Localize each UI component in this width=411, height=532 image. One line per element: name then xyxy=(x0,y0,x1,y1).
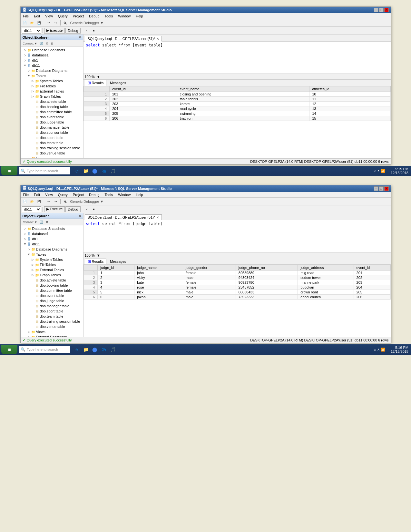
menu-edit[interactable]: Edit xyxy=(33,14,41,18)
tree-item-diagrams-b[interactable]: ▷ 📁 Database Diagrams xyxy=(21,247,83,252)
tree-item-views[interactable]: ▷ 📁 Views xyxy=(21,156,83,158)
toggle-judge-b[interactable] xyxy=(31,299,35,303)
tree-item-manager-b[interactable]: ⊞ dbo.manager table xyxy=(21,303,83,309)
query-tab-close[interactable]: ✕ xyxy=(156,37,159,41)
title-bar-controls[interactable]: ─ □ ✕ xyxy=(374,8,389,12)
toggle-sport[interactable] xyxy=(31,136,35,140)
menu-edit-b[interactable]: Edit xyxy=(33,193,41,197)
toggle-db11-b[interactable]: ▼ xyxy=(23,242,27,246)
maximize-button-b[interactable]: □ xyxy=(379,186,384,191)
oe-filter-btn[interactable]: ⚙ xyxy=(45,42,49,45)
results-tab-results[interactable]: ⊞ Results xyxy=(85,80,107,86)
taskbar-edge-icon-2[interactable]: e xyxy=(73,346,81,353)
tree-item-manager[interactable]: ⊞ dbo.manager table xyxy=(21,125,83,130)
menu-file-b[interactable]: File xyxy=(22,193,30,197)
menu-view-b[interactable]: View xyxy=(44,193,54,197)
tree-item-snapshots[interactable]: ▷ 📁 Database Snapshots xyxy=(21,47,83,53)
redo-btn[interactable]: ↪ xyxy=(53,20,59,26)
toggle-venue-b[interactable] xyxy=(31,325,35,329)
toggle-diagrams-b[interactable]: ▷ xyxy=(27,247,31,251)
oe-collapse-btn[interactable]: ⊟ xyxy=(50,42,54,45)
menu-help-b[interactable]: Help xyxy=(134,193,144,197)
close-button[interactable]: ✕ xyxy=(384,8,389,12)
toggle-event[interactable] xyxy=(31,115,35,119)
query-tab-active[interactable]: SQLQuery1.sql - DL...GPELP2A\user (51)* … xyxy=(85,36,162,42)
results-grid-bottom[interactable]: judge_id judge_name judge_gender judge_p… xyxy=(83,265,391,337)
tree-item-filetables-b[interactable]: ▷ 📁 FileTables xyxy=(21,262,83,267)
query-editor-top[interactable]: select select *from [event table] xyxy=(83,42,391,74)
tree-item-externaltables-b[interactable]: ▷ 📁 External Tables xyxy=(21,267,83,272)
oe-filter-btn-b[interactable]: ⚙ xyxy=(45,220,49,224)
tree-item-committee[interactable]: ⊞ dbo.committee table xyxy=(21,109,83,114)
oe-refresh-btn-b[interactable]: 🔄 xyxy=(39,220,44,224)
menu-tools-b[interactable]: Tools xyxy=(103,193,114,197)
stop-btn-b[interactable]: ■ xyxy=(91,206,97,212)
parse-btn-b[interactable]: ✓ xyxy=(83,206,90,212)
tree-item-extresources-b[interactable]: ▷ 📁 External Resources xyxy=(21,334,83,337)
toggle-db1-b[interactable]: ▷ xyxy=(23,237,27,241)
menu-file[interactable]: File xyxy=(22,14,30,18)
results-grid-top[interactable]: event_id event_name athletes_id 1201clos… xyxy=(83,86,391,158)
results-tab-messages-b[interactable]: Messages xyxy=(107,259,129,264)
taskbar-edge-icon[interactable]: e xyxy=(73,167,81,175)
search-bar-2[interactable]: 🔍 Type here to search xyxy=(19,346,70,353)
tree-item-snapshots-b[interactable]: ▷ 📁 Database Snapshots xyxy=(21,226,83,231)
toggle-database1-b[interactable]: ▷ xyxy=(23,232,27,236)
toggle-athlete-b[interactable] xyxy=(31,278,35,282)
toggle-booking[interactable] xyxy=(31,105,35,109)
tree-item-database1-b[interactable]: ▷ 🗄 database1 xyxy=(21,231,83,236)
menu-view[interactable]: View xyxy=(44,14,54,18)
database-selector-b[interactable]: db11 xyxy=(22,206,41,212)
tree-item-db11[interactable]: ▼ 🗄 db11 xyxy=(21,63,83,68)
toggle-event-b[interactable] xyxy=(31,294,35,298)
toggle-team[interactable] xyxy=(31,141,35,145)
toggle-booking-b[interactable] xyxy=(31,283,35,287)
tree-item-filetables[interactable]: ▷ 📁 FileTables xyxy=(21,84,83,89)
parse-btn[interactable]: ✓ xyxy=(83,28,90,34)
toggle-team-b[interactable] xyxy=(31,314,35,318)
menu-debug[interactable]: Debug xyxy=(88,14,101,18)
toggle-judge[interactable] xyxy=(31,120,35,124)
oe-close-btn-b[interactable]: ✕ xyxy=(79,214,81,218)
taskbar-folder-icon[interactable]: 📁 xyxy=(82,167,90,175)
tree-item-committee-b[interactable]: ⊞ dbo.committee table xyxy=(21,288,83,293)
query-editor-bottom[interactable]: select select *from [judge table] xyxy=(83,220,391,252)
toggle-tables[interactable]: ▼ xyxy=(27,74,31,78)
results-tab-results-b[interactable]: ⊞ Results xyxy=(85,259,107,264)
tree-item-systables-b[interactable]: ▷ 📁 System Tables xyxy=(21,257,83,262)
title-bar-controls-b[interactable]: ─ □ ✕ xyxy=(374,186,389,191)
tree-item-db1[interactable]: ▷ 🗄 db1 xyxy=(21,58,83,63)
toggle-athlete[interactable] xyxy=(31,100,35,103)
tree-item-training[interactable]: ⊞ dbo.training session table xyxy=(21,145,83,151)
tree-item-venue-b[interactable]: ⊞ dbo.venue table xyxy=(21,324,83,329)
tree-item-event[interactable]: ⊞ dbo.event table xyxy=(21,114,83,120)
open-btn[interactable]: 📂 xyxy=(29,20,35,26)
database-selector[interactable]: db11 xyxy=(22,28,41,34)
toggle-venue[interactable] xyxy=(31,151,35,155)
toggle-snapshots[interactable]: ▷ xyxy=(23,48,27,52)
toggle-diagrams[interactable]: ▷ xyxy=(27,69,31,73)
taskbar-folder-icon-2[interactable]: 📁 xyxy=(82,346,90,353)
open-btn-b[interactable]: 📂 xyxy=(29,199,35,204)
tree-item-db1-b[interactable]: ▷ 🗄 db1 xyxy=(21,236,83,241)
start-button-2[interactable]: ⊞ xyxy=(1,345,17,354)
tree-item-sport[interactable]: ⊞ dbo.sport table xyxy=(21,135,83,140)
tree-item-judge[interactable]: ⊞ dbo.judge table xyxy=(21,120,83,125)
tree-item-sponsor[interactable]: ⊞ dbo.sponsor table xyxy=(21,130,83,135)
taskbar-store-icon-2[interactable]: 🛍 xyxy=(100,346,108,353)
toggle-externaltables-b[interactable]: ▷ xyxy=(31,268,35,272)
tree-item-graphtables[interactable]: ▷ 📁 Graph Tables xyxy=(21,94,83,99)
tree-item-tables-b[interactable]: ▼ 📁 Tables xyxy=(21,252,83,257)
toggle-filetables[interactable]: ▷ xyxy=(31,84,35,88)
zoom-dropdown-b[interactable]: ▼ xyxy=(97,253,100,257)
toggle-views-b[interactable]: ▷ xyxy=(27,330,31,334)
oe-connect-btn[interactable]: Connect ▼ xyxy=(22,42,38,45)
tree-item-event-b[interactable]: ⊞ dbo.event table xyxy=(21,293,83,298)
tree-item-training-b[interactable]: ⊞ dbo.training session table xyxy=(21,319,83,324)
execute-button-b[interactable]: ▶ Execute xyxy=(44,206,65,212)
debug-button[interactable]: Debug xyxy=(65,28,80,34)
tree-item-team[interactable]: ⊞ dbo.team table xyxy=(21,140,83,145)
oe-close-btn[interactable]: ✕ xyxy=(79,36,81,39)
menu-query[interactable]: Query xyxy=(57,14,69,18)
tree-item-db11-b[interactable]: ▼ 🗄 db11 xyxy=(21,241,83,247)
